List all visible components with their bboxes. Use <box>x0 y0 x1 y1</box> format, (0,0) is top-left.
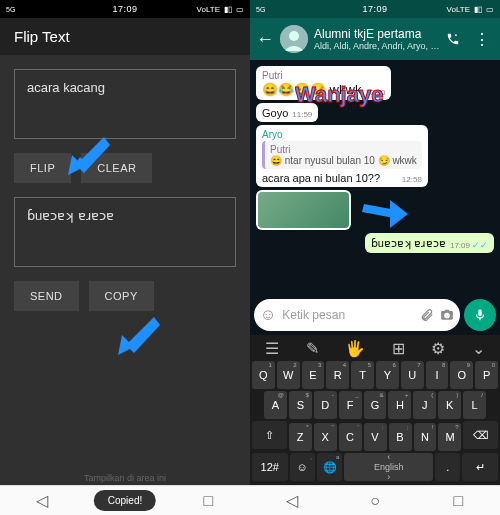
back-icon[interactable]: ← <box>256 29 274 50</box>
kb-key-p[interactable]: P0 <box>475 361 498 389</box>
copy-button[interactable]: COPY <box>89 281 154 311</box>
kb-key-v[interactable]: V: <box>364 423 387 451</box>
kb-key-u[interactable]: U7 <box>401 361 424 389</box>
message-in[interactable]: Putri 😄😂😏😏 wkwk 10:20 <box>256 66 391 100</box>
kb-period-key[interactable]: . <box>435 453 460 481</box>
kb-collapse-icon[interactable]: ⌄ <box>472 339 485 358</box>
mic-button[interactable] <box>464 299 496 331</box>
kb-key-j[interactable]: J( <box>413 391 436 419</box>
message-sender: Aryo <box>262 129 422 140</box>
message-text: 😄😂😏😏 wkwk <box>262 82 361 97</box>
kb-settings-icon[interactable]: ⚙ <box>431 339 445 358</box>
quoted-message[interactable]: Putri 😄 ntar nyusul bulan 10 😏 wkwk <box>262 141 422 169</box>
message-text: ɓuɐɔɐʞ ɐɹɐɔɐ <box>371 237 446 250</box>
nav-home-icon[interactable]: ○ <box>367 493 383 509</box>
toast-copied: Copied! <box>94 490 156 511</box>
kb-key-r[interactable]: R4 <box>326 361 349 389</box>
kb-menu-icon[interactable]: ☰ <box>265 339 279 358</box>
message-time: 10:20 <box>365 88 385 97</box>
tutorial-arrow-icon <box>64 133 110 179</box>
kb-key-y[interactable]: Y6 <box>376 361 399 389</box>
nav-recent-icon[interactable]: □ <box>200 493 216 509</box>
kb-shift-key[interactable]: ⇧ <box>252 421 287 449</box>
read-ticks-icon: ✓✓ <box>472 240 488 250</box>
kb-theme-icon[interactable]: ⊞ <box>392 339 405 358</box>
nav-recent-icon[interactable]: □ <box>450 493 466 509</box>
quote-sender: Putri <box>270 144 417 155</box>
chat-body[interactable]: Wanjaye Putri 😄😂😏😏 wkwk 10:20 Goyo 11:59… <box>250 60 500 295</box>
kb-key-c[interactable]: C' <box>339 423 362 451</box>
kb-key-q[interactable]: Q1 <box>252 361 275 389</box>
signal-icon: ▮▯ <box>474 5 482 14</box>
kb-key-t[interactable]: T5 <box>351 361 374 389</box>
status-time: 17:09 <box>112 4 137 14</box>
whatsapp-screen: 5G 17:09 VoLTE ▮▯ ▭ ← Alumni tkjE pertam… <box>250 0 500 515</box>
quote-text: 😄 ntar nyusul bulan 10 😏 wkwk <box>270 155 417 166</box>
kb-key-w[interactable]: W2 <box>277 361 300 389</box>
input-placeholder: Ketik pesan <box>282 308 414 322</box>
battery-icon: ▭ <box>486 5 494 14</box>
kb-key-e[interactable]: E3 <box>302 361 325 389</box>
kb-backspace-key[interactable]: ⌫ <box>463 421 498 449</box>
soft-keyboard: ☰ ✎ 🖐 ⊞ ⚙ ⌄ Q1W2E3R4T5Y6U7I8O9P0 A@S$D-F… <box>250 335 500 485</box>
kb-key-d[interactable]: D- <box>314 391 337 419</box>
message-image[interactable] <box>256 190 351 230</box>
camera-icon[interactable] <box>440 308 454 322</box>
image-thumbnail[interactable] <box>258 192 349 228</box>
battery-icon: ▭ <box>236 5 244 14</box>
kb-swipe-icon[interactable]: ✎ <box>306 339 319 358</box>
kb-key-i[interactable]: I8 <box>426 361 449 389</box>
fliptext-body: acara kacang FLIP CLEAR ɓuɐɔɐʞ ɐɹɐɔɐ SEN… <box>0 55 250 471</box>
output-textarea[interactable]: ɓuɐɔɐʞ ɐɹɐɔɐ <box>14 197 236 267</box>
output-text-value: ɓuɐɔɐʞ ɐɹɐɔɐ <box>27 208 114 223</box>
attach-icon[interactable] <box>420 308 434 322</box>
appbar: Flip Text <box>0 18 250 55</box>
flip-button[interactable]: FLIP <box>14 153 71 183</box>
kb-symbols-key[interactable]: 12# <box>252 453 288 481</box>
message-in[interactable]: Aryo Putri 😄 ntar nyusul bulan 10 😏 wkwk… <box>256 125 428 187</box>
call-add-icon[interactable] <box>446 32 460 46</box>
message-sender: Putri <box>262 70 385 81</box>
svg-marker-4 <box>118 335 134 355</box>
kb-key-f[interactable]: F_ <box>339 391 362 419</box>
message-input[interactable]: ☺ Ketik pesan <box>254 299 460 331</box>
kb-key-x[interactable]: X" <box>314 423 337 451</box>
message-out[interactable]: ɓuɐɔɐʞ ɐɹɐɔɐ 17:09 ✓✓ <box>365 233 494 253</box>
send-button[interactable]: SEND <box>14 281 79 311</box>
kb-key-g[interactable]: G& <box>364 391 387 419</box>
kb-key-b[interactable]: B; <box>389 423 412 451</box>
tutorial-arrow-icon <box>114 313 160 359</box>
kb-key-o[interactable]: O9 <box>450 361 473 389</box>
kb-key-z[interactable]: Z* <box>289 423 312 451</box>
net-left-icon: 5G <box>256 6 265 13</box>
kb-key-h[interactable]: H+ <box>388 391 411 419</box>
group-avatar[interactable] <box>280 25 308 53</box>
status-bar: 5G 17:09 VoLTE ▮▯ ▭ <box>0 0 250 18</box>
chat-title-block[interactable]: Alumni tkjE pertama Aldi, Aldi, Andre, A… <box>314 27 440 51</box>
svg-marker-2 <box>68 155 84 175</box>
kb-key-n[interactable]: N! <box>414 423 437 451</box>
message-in[interactable]: Goyo 11:59 <box>256 103 318 122</box>
nav-back-icon[interactable]: ◁ <box>284 493 300 509</box>
menu-icon[interactable]: ⋮ <box>474 30 490 49</box>
kb-key-a[interactable]: A@ <box>264 391 287 419</box>
kb-key-k[interactable]: K) <box>438 391 461 419</box>
ad-text: Tampilkan di area ini <box>84 473 166 483</box>
input-textarea[interactable]: acara kacang <box>14 69 236 139</box>
kb-key-s[interactable]: S$ <box>289 391 312 419</box>
kb-emoji-key[interactable]: ☺ , <box>290 453 315 481</box>
chat-header[interactable]: ← Alumni tkjE pertama Aldi, Aldi, Andre,… <box>250 18 500 60</box>
svg-marker-9 <box>390 200 408 228</box>
net-right-icon: VoLTE <box>447 5 470 14</box>
message-time: 17:09 ✓✓ <box>450 240 488 250</box>
nav-back-icon[interactable]: ◁ <box>34 493 50 509</box>
kb-enter-key[interactable]: ↵ <box>462 453 498 481</box>
kb-space-key[interactable]: ‹ English › <box>344 453 433 481</box>
kb-key-m[interactable]: M? <box>438 423 461 451</box>
kb-touchpal-icon[interactable]: 🖐 <box>345 339 365 358</box>
net-right-icon: VoLTE <box>197 5 220 14</box>
kb-key-l[interactable]: L/ <box>463 391 486 419</box>
android-nav-bar: ◁ ○ □ <box>250 485 500 515</box>
emoji-icon[interactable]: ☺ <box>260 306 276 324</box>
kb-lang-key[interactable]: a 🌐 <box>317 453 342 481</box>
